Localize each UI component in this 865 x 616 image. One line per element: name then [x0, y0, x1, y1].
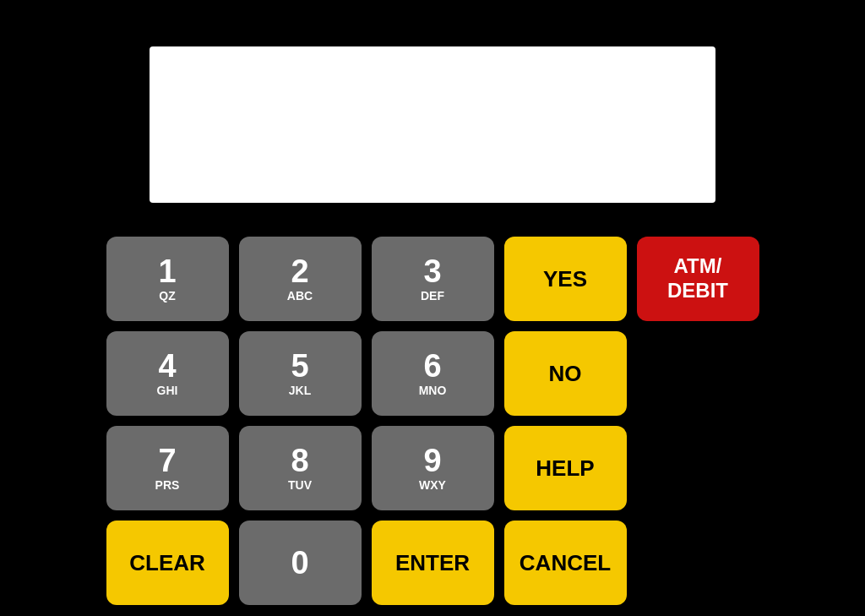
key-3[interactable]: 3 DEF — [372, 237, 494, 321]
key-0[interactable]: 0 — [239, 521, 362, 605]
display-screen — [150, 46, 715, 203]
key-cancel[interactable]: CANCEL — [504, 521, 627, 605]
key-1[interactable]: 1 QZ — [106, 237, 229, 321]
key-4[interactable]: 4 GHI — [106, 331, 229, 416]
key-5[interactable]: 5 JKL — [239, 331, 362, 416]
key-7[interactable]: 7 PRS — [106, 426, 229, 510]
key-yes[interactable]: YES — [504, 237, 627, 321]
key-8[interactable]: 8 TUV — [239, 426, 362, 510]
key-6[interactable]: 6 MNO — [372, 331, 494, 416]
key-atm-debit[interactable]: ATM/ DEBIT — [637, 237, 759, 321]
key-9[interactable]: 9 WXY — [372, 426, 494, 510]
key-clear[interactable]: CLEAR — [106, 521, 229, 605]
key-2[interactable]: 2 ABC — [239, 237, 362, 321]
key-no[interactable]: NO — [504, 331, 627, 416]
key-help[interactable]: HELP — [504, 426, 627, 510]
key-enter[interactable]: ENTER — [372, 521, 494, 605]
keypad: 1 QZ 2 ABC 3 DEF YES ATM/ DEBIT 4 GHI 5 … — [56, 237, 810, 605]
